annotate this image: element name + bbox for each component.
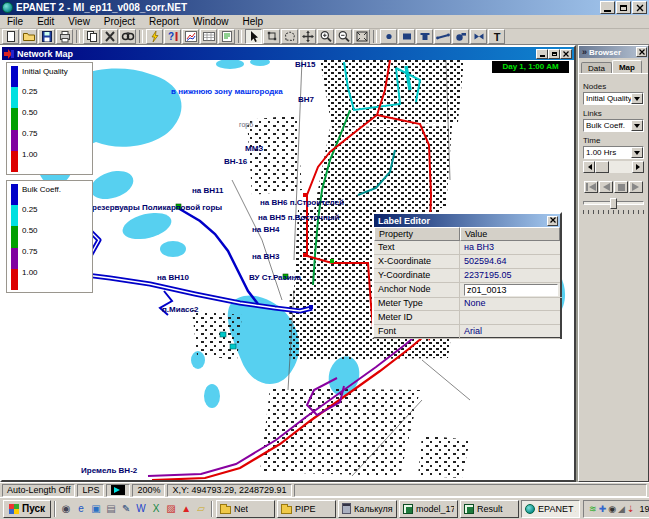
menu-window[interactable]: Window (186, 16, 236, 27)
rewind-button[interactable] (584, 181, 598, 193)
full-extent-button[interactable] (353, 29, 370, 44)
map-label[interactable]: п.Миасс2 (162, 305, 198, 314)
scroll-right-button[interactable] (632, 161, 644, 173)
title-bar[interactable]: EPANET 2 - MI_ep11_v008_corr.NET (0, 0, 649, 15)
network-map-title-bar[interactable]: Network Map (2, 47, 574, 60)
label-editor-title-bar[interactable]: Label Editor (374, 214, 560, 227)
task-calculator[interactable]: Калькуля... (338, 500, 397, 518)
map-label[interactable]: ВН15 (295, 60, 315, 69)
task-result-excel[interactable]: Result (460, 500, 519, 518)
menu-report[interactable]: Report (142, 16, 186, 27)
links-select[interactable]: Bulk Coeff. (583, 119, 644, 132)
map-label[interactable]: ВН-16 (224, 157, 247, 166)
restore-button[interactable] (616, 1, 631, 14)
label-editor-close-button[interactable] (547, 216, 558, 226)
scroll-left-button[interactable] (583, 161, 595, 173)
zoom-out-button[interactable] (335, 29, 352, 44)
add-valve-button[interactable] (470, 29, 487, 44)
browser-close-button[interactable] (636, 47, 647, 57)
quick-launch-outlook-icon[interactable]: ▣ (89, 501, 103, 517)
tab-data[interactable]: Data (581, 62, 612, 73)
map-label[interactable]: на ВН10 (157, 273, 189, 282)
copy-button[interactable] (83, 29, 100, 44)
map-label[interactable]: на ВН4 (252, 225, 280, 234)
animation-speed-slider[interactable] (583, 201, 644, 214)
select-vertex-button[interactable] (263, 29, 280, 44)
network-status-icon[interactable]: ≋ (589, 501, 597, 517)
menu-project[interactable]: Project (97, 16, 142, 27)
menu-edit[interactable]: Edit (30, 16, 61, 27)
time-scrollbar[interactable] (583, 161, 644, 173)
graph-button[interactable] (182, 29, 199, 44)
map-label[interactable]: на ВН3 (252, 252, 280, 261)
time-dropdown-button[interactable] (631, 147, 643, 158)
property-value[interactable] (460, 283, 562, 298)
find-button[interactable] (119, 29, 136, 44)
minimize-button[interactable] (600, 1, 615, 14)
property-value[interactable]: Arial (460, 325, 560, 339)
volume-icon[interactable]: ◢ (618, 501, 625, 517)
task-net[interactable]: Net (216, 500, 275, 518)
property-value[interactable]: 2237195.05 (460, 269, 560, 283)
select-object-button[interactable] (245, 29, 262, 44)
map-label[interactable]: ВН7 (298, 95, 314, 104)
antivirus-icon[interactable]: ◉ (608, 501, 616, 517)
task-model-excel[interactable]: model_17... (399, 500, 458, 518)
map-close-button[interactable] (560, 49, 572, 59)
quick-launch-folder-icon[interactable]: ▱ (194, 501, 208, 517)
property-value[interactable] (460, 311, 560, 325)
scrollbar-track[interactable] (609, 161, 632, 173)
open-button[interactable] (20, 29, 37, 44)
stop-button[interactable] (614, 181, 628, 193)
connection-icon[interactable]: ✚ (599, 501, 607, 517)
start-button[interactable]: Пуск (3, 500, 51, 518)
time-select[interactable]: 1.00 Hrs (583, 146, 644, 159)
add-pipe-button[interactable] (434, 29, 451, 44)
taskbar-clock[interactable]: 19:55 (640, 504, 649, 514)
step-back-button[interactable] (599, 181, 613, 193)
quick-launch-acrobat-icon[interactable]: ▲ (179, 501, 193, 517)
map-label[interactable]: на ВН11 (192, 186, 224, 195)
map-label[interactable]: горб (239, 121, 253, 128)
anchor-node-input[interactable] (464, 284, 558, 296)
map-label[interactable]: на ВН5 п.Восточный (258, 213, 340, 222)
zoom-in-button[interactable] (317, 29, 334, 44)
nodes-select[interactable]: Initial Quality (583, 92, 644, 105)
slider-thumb[interactable] (610, 198, 617, 209)
delete-button[interactable] (101, 29, 118, 44)
nodes-dropdown-button[interactable] (631, 93, 643, 104)
map-label[interactable]: на ВН6 п.Строителей (260, 198, 344, 207)
add-reservoir-button[interactable] (398, 29, 415, 44)
quick-launch-paint-icon[interactable]: ▨ (164, 501, 178, 517)
map-maximize-button[interactable] (548, 49, 560, 59)
quick-launch-internet-explorer-icon[interactable]: e (74, 501, 88, 517)
print-button[interactable] (56, 29, 73, 44)
quick-launch-document-icon[interactable]: ▤ (104, 501, 118, 517)
task-epanet-2[interactable]: EPANET 2 (521, 500, 580, 518)
quick-launch-word-icon[interactable]: W (134, 501, 148, 517)
update-icon[interactable]: ⇣ (627, 501, 635, 517)
legend-initial-quality[interactable]: Initial Quality0.250.500.751.00 (6, 62, 93, 175)
select-region-button[interactable] (281, 29, 298, 44)
tab-map[interactable]: Map (612, 60, 642, 73)
add-tank-button[interactable] (416, 29, 433, 44)
options-button[interactable] (218, 29, 235, 44)
quick-launch-excel-icon[interactable]: X (149, 501, 163, 517)
map-label[interactable]: ММЗ (245, 144, 263, 153)
play-button[interactable] (629, 181, 643, 193)
task-pipe[interactable]: PIPE (277, 500, 336, 518)
table-button[interactable] (200, 29, 217, 44)
links-dropdown-button[interactable] (631, 120, 643, 131)
property-value[interactable]: на ВН3 (460, 241, 560, 255)
pan-button[interactable] (299, 29, 316, 44)
map-label[interactable]: в нижнюю зону машгородка (171, 87, 283, 96)
map-label[interactable]: резервуары Поликарповой горы (92, 203, 222, 212)
scrollbar-thumb[interactable] (595, 161, 609, 173)
browser-title-bar[interactable]: » Browser (579, 46, 648, 58)
add-pump-button[interactable] (452, 29, 469, 44)
query-button[interactable]: ? (164, 29, 181, 44)
run-button[interactable] (146, 29, 163, 44)
map-minimize-button[interactable] (536, 49, 548, 59)
close-button[interactable] (632, 1, 647, 14)
property-value[interactable]: 502594.64 (460, 255, 560, 269)
